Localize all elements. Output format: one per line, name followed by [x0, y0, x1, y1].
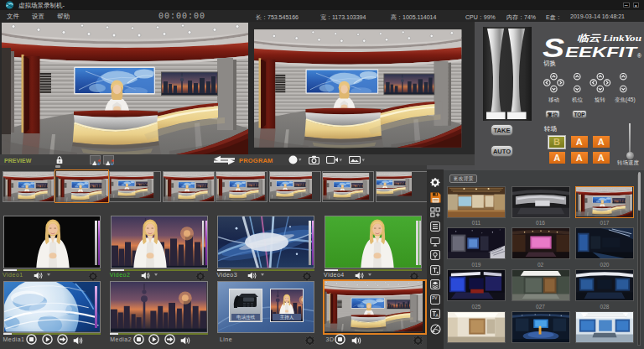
svg-text:PV: PV	[432, 296, 437, 300]
svg-text:A: A	[436, 313, 439, 318]
